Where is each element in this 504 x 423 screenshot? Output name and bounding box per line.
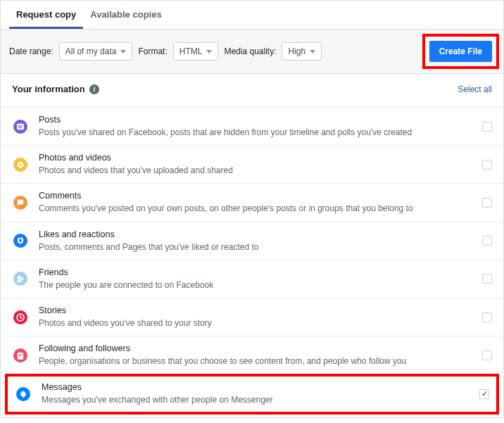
row-title: Comments xyxy=(39,191,475,201)
row-desc: The people you are connected to on Faceb… xyxy=(39,279,475,291)
format-select[interactable]: HTML xyxy=(173,42,219,61)
filter-bar: Date range: All of my data Format: HTML … xyxy=(1,30,503,74)
row-checkbox[interactable] xyxy=(482,160,492,170)
chevron-down-icon xyxy=(120,50,126,53)
select-all-link[interactable]: Select all xyxy=(458,84,492,94)
info-list: PostsPosts you've shared on Facebook, po… xyxy=(1,107,503,415)
row-text: Following and followersPeople, organisat… xyxy=(39,343,475,367)
info-row-comments[interactable]: CommentsComments you've posted on your o… xyxy=(1,183,503,221)
info-row-stories[interactable]: StoriesPhotos and videos you've shared t… xyxy=(1,298,503,336)
row-desc: Photos and videos you've shared to your … xyxy=(39,317,475,329)
date-range-select[interactable]: All of my data xyxy=(59,42,133,61)
row-title: Photos and videos xyxy=(39,153,475,163)
media-quality-select[interactable]: High xyxy=(282,42,322,61)
svg-point-11 xyxy=(18,276,21,279)
row-checkbox[interactable] xyxy=(482,236,492,246)
photos-and-videos-icon xyxy=(12,156,29,173)
svg-point-12 xyxy=(20,277,23,280)
section-header: Your information i Select all xyxy=(1,74,503,107)
row-checkbox[interactable] xyxy=(482,274,492,284)
row-checkbox[interactable] xyxy=(482,122,492,132)
likes-and-reactions-icon xyxy=(12,232,29,249)
info-icon[interactable]: i xyxy=(89,84,99,94)
row-desc: Posts, comments and Pages that you've li… xyxy=(39,241,475,253)
info-row-following-and-followers[interactable]: Following and followersPeople, organisat… xyxy=(1,336,503,374)
row-text: PostsPosts you've shared on Facebook, po… xyxy=(39,115,475,138)
messages-icon xyxy=(15,386,32,403)
create-file-button[interactable]: Create File xyxy=(429,41,492,62)
media-quality-value: High xyxy=(288,46,305,56)
info-row-messages[interactable]: MessagesMessages you've exchanged with o… xyxy=(5,374,499,414)
svg-rect-1 xyxy=(17,123,24,129)
following-and-followers-icon xyxy=(12,347,29,364)
svg-rect-3 xyxy=(18,127,22,127)
row-text: Likes and reactionsPosts, comments and P… xyxy=(39,229,475,253)
info-row-posts[interactable]: PostsPosts you've shared on Facebook, po… xyxy=(1,107,503,145)
chevron-down-icon xyxy=(206,50,212,53)
row-text: StoriesPhotos and videos you've shared t… xyxy=(39,305,475,329)
format-label: Format: xyxy=(138,46,167,56)
svg-rect-2 xyxy=(18,125,23,126)
row-checkbox[interactable] xyxy=(482,351,492,360)
row-text: MessagesMessages you've exchanged with o… xyxy=(42,382,472,405)
row-desc: People, organisations or business that y… xyxy=(39,355,475,367)
row-desc: Comments you've posted on your own posts… xyxy=(39,203,475,214)
row-desc: Photos and videos that you've uploaded a… xyxy=(39,165,475,176)
row-title: Posts xyxy=(39,115,475,125)
info-row-friends[interactable]: FriendsThe people you are connected to o… xyxy=(1,260,503,298)
row-checkbox[interactable] xyxy=(482,198,492,208)
svg-point-6 xyxy=(19,163,21,165)
tabs: Request copy Available copies xyxy=(1,1,503,30)
row-title: Friends xyxy=(39,267,475,277)
chevron-down-icon xyxy=(310,50,315,53)
row-desc: Messages you've exchanged with other peo… xyxy=(42,394,472,405)
date-range-label: Date range: xyxy=(9,46,53,56)
tab-request-copy[interactable]: Request copy xyxy=(9,1,83,29)
create-file-highlight: Create File xyxy=(422,34,499,69)
info-row-likes-and-reactions[interactable]: Likes and reactionsPosts, comments and P… xyxy=(1,222,503,260)
row-title: Messages xyxy=(42,382,472,392)
stories-icon xyxy=(12,309,29,326)
media-quality-label: Media quality: xyxy=(224,46,276,56)
format-value: HTML xyxy=(179,46,203,56)
row-title: Following and followers xyxy=(39,343,475,353)
row-text: Photos and videosPhotos and videos that … xyxy=(39,153,475,176)
info-row-photos-and-videos[interactable]: Photos and videosPhotos and videos that … xyxy=(1,145,503,183)
row-title: Likes and reactions xyxy=(39,229,475,239)
section-title: Your information xyxy=(12,84,85,94)
row-checkbox[interactable] xyxy=(479,389,489,399)
row-text: FriendsThe people you are connected to o… xyxy=(39,267,475,291)
tab-available-copies[interactable]: Available copies xyxy=(83,1,168,29)
friends-icon xyxy=(12,270,29,287)
row-checkbox[interactable] xyxy=(482,312,492,322)
row-text: CommentsComments you've posted on your o… xyxy=(39,191,475,214)
row-title: Stories xyxy=(39,305,475,315)
date-range-value: All of my data xyxy=(65,46,117,56)
posts-icon xyxy=(12,118,29,135)
row-desc: Posts you've shared on Facebook, posts t… xyxy=(39,127,475,138)
comments-icon xyxy=(12,194,29,211)
